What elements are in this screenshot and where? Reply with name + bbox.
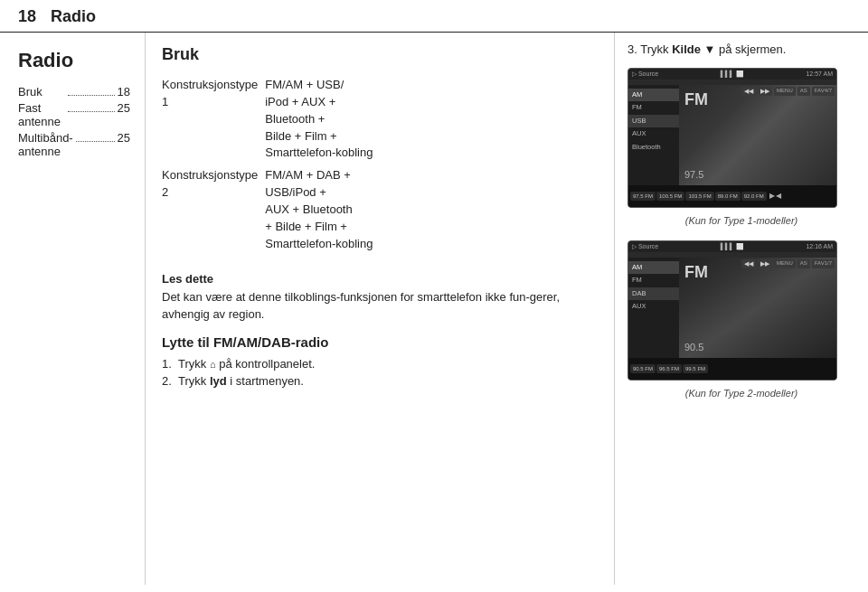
les-dette-title: Les dette [162,272,598,286]
section-title-bruk: Bruk [162,45,598,64]
freq-btn-2-3[interactable]: 99.5 FM [683,364,708,373]
lytte-subtitle: Lytte til FM/AM/DAB-radio [162,334,598,350]
seek-fwd-btn[interactable]: ▶▶ [758,87,772,96]
sidebar-label-bruk: Bruk [18,85,65,99]
caption-type2: (Kun for Type 2-modeller) [627,388,855,399]
seek-back-btn-2[interactable]: ◀◀ [741,259,756,268]
radio-icons-1: ▌▌▌ ⬜ [721,70,744,78]
construction-type-2-label: Konstruksjonstype 2 [162,165,265,256]
sidebar-page-antenne: 25 [118,101,130,115]
radio-menu-item-fm-1: FM [628,101,679,115]
radio-time-2: 12:16 AM [806,243,833,249]
radio-display-1: ▷ Source ▌▌▌ ⬜ 12:57 AM AM FM USB AUX Bl… [627,68,837,208]
menu-btn-2[interactable]: MENU [774,259,796,268]
lyd-bold: lyd [210,374,227,388]
nav-arrow-right[interactable]: ▶ [769,192,775,200]
radio-topbar-1: ▷ Source ▌▌▌ ⬜ 12:57 AM [628,69,836,80]
sidebar-item-multibånd: Multibånd-antenne 25 [18,131,130,158]
sidebar-label-multibånd: Multibånd-antenne [18,131,73,158]
seek-back-btn[interactable]: ◀◀ [741,87,756,96]
radio-menu-item-bluetooth-1: Bluetooth [628,141,679,155]
radio-menu-item-am-1: AM [628,89,679,102]
fav-btn[interactable]: FAV4/7 [812,87,835,96]
radio-fm-label-1: FM [684,90,708,109]
freq-btn-2[interactable]: 100.5 FM [656,192,684,201]
freq-btn-2-1[interactable]: 90.5 FM [630,364,656,373]
radio-source-label-2: ▷ Source [632,243,658,250]
freq-btn-5[interactable]: 92.0 FM [741,192,767,201]
page-header: 18 Radio [0,0,868,33]
radio-source-label-1: ▷ Source [632,70,658,78]
construction-type-1-desc: FM/AM + USB/iPod + AUX +Bluetooth +Bilde… [265,75,598,165]
radio-icon-signal-2: ▌▌▌ [721,243,734,249]
nav-arrow-left[interactable]: ◀ [776,192,781,200]
radio-display-2: ▷ Source ▌▌▌ ⬜ 12:16 AM AM FM DAB AUX FM… [627,240,837,381]
step-1: 1. Trykk ⌂ på kontrollpanelet. [162,357,598,371]
home-icon: ⌂ [210,359,216,370]
instruction-text: 3. Trykk Kilde ▼ på skjermen. [627,42,855,59]
seek-fwd-btn-2[interactable]: ▶▶ [758,259,772,268]
fav-btn-2[interactable]: FAV1/7 [812,259,835,268]
sidebar-label-antenne: Fast antenne [18,101,65,128]
sidebar-page-bruk: 18 [118,85,130,99]
les-dette-text: Det kan være at denne tilkoblings-funksj… [162,289,598,324]
kilde-bold: Kilde [672,42,701,56]
radio-main-2: FM 90.5 [679,258,836,358]
radio-time-1: 12:57 AM [806,70,833,77]
step-2: 2. Trykk lyd i startmenyen. [162,374,598,388]
main-content: Radio Bruk 18 Fast antenne 25 Multibånd-… [0,33,868,585]
radio-ctrl-area-2: ◀◀ ▶▶ MENU AS FAV1/7 [741,259,835,268]
radio-bottombar-1: 97.5 FM 100.5 FM 103.5 FM 89.0 FM 92.0 F… [628,185,836,207]
sidebar-title: Radio [18,49,130,72]
radio-freq-display-1: 97.5 [684,169,703,180]
radio-ctrl-area-1: ◀◀ ▶▶ MENU AS FAV4/7 [741,87,835,96]
sidebar-dots-antenne [68,111,115,112]
radio-topbar-2: ▷ Source ▌▌▌ ⬜ 12:16 AM [628,241,836,252]
construction-type-1-label: Konstruksjonstype 1 [162,75,265,165]
freq-btn-4[interactable]: 89.0 FM [715,192,741,201]
step-2-text: Trykk lyd i startmenyen. [178,374,598,388]
caption-type1: (Kun for Type 1-modeller) [627,215,855,226]
as-btn-2[interactable]: AS [797,259,810,268]
radio-menu-item-aux-1: AUX [628,127,679,141]
radio-icon-battery-2: ⬜ [736,243,744,250]
radio-freq-display-2: 90.5 [684,342,703,352]
sidebar-dots-multibånd [76,141,115,142]
step-1-num: 1. [162,357,178,371]
radio-main-1: FM 97.5 [679,85,836,185]
radio-icon-signal: ▌▌▌ [721,70,734,77]
radio-menu-item-aux-2: AUX [628,300,679,314]
radio-seek-row: ◀◀ ▶▶ MENU AS FAV4/7 [741,87,835,96]
les-dette-content: Det kan være at denne tilkoblings-funksj… [162,290,560,321]
radio-bottombar-2: 90.5 FM 96.5 FM 99.5 FM [628,358,836,380]
center-column: Bruk Konstruksjonstype 1 FM/AM + USB/iPo… [145,33,615,585]
radio-icons-2: ▌▌▌ ⬜ [721,243,744,250]
radio-menu-item-am-2: AM [628,261,679,275]
right-column: 3. Trykk Kilde ▼ på skjermen. ▷ Source ▌… [615,33,868,585]
sidebar-dots-bruk [68,95,115,96]
menu-btn[interactable]: MENU [774,87,796,96]
sidebar-item-antenne: Fast antenne 25 [18,101,130,128]
freq-btn-2-2[interactable]: 96.5 FM [656,364,682,373]
freq-btn-3[interactable]: 103.5 FM [685,192,713,201]
radio-icon-battery: ⬜ [736,70,744,78]
construction-row-2: Konstruksjonstype 2 FM/AM + DAB +USB/iPo… [162,165,598,256]
step-2-num: 2. [162,374,178,388]
step-1-text: Trykk ⌂ på kontrollpanelet. [178,357,598,371]
radio-menu-item-dab-2: DAB [628,287,679,301]
radio-menu-item-fm-2: FM [628,274,679,287]
construction-table: Konstruksjonstype 1 FM/AM + USB/iPod + A… [162,75,598,256]
page-chapter: Radio [51,7,96,26]
construction-type-2-desc: FM/AM + DAB +USB/iPod +AUX + Bluetooth+ … [265,165,598,256]
radio-fm-label-2: FM [684,263,708,282]
sidebar-item-bruk: Bruk 18 [18,85,130,99]
radio-seek-row-2: ◀◀ ▶▶ MENU AS FAV1/7 [741,259,835,268]
construction-row-1: Konstruksjonstype 1 FM/AM + USB/iPod + A… [162,75,598,165]
radio-menu-item-usb-1: USB [628,115,679,128]
as-btn[interactable]: AS [797,87,810,96]
sidebar-page-multibånd: 25 [118,131,130,145]
page-number: 18 [18,7,36,26]
freq-btn-1[interactable]: 97.5 FM [630,192,656,201]
sidebar: Radio Bruk 18 Fast antenne 25 Multibånd-… [0,33,145,585]
